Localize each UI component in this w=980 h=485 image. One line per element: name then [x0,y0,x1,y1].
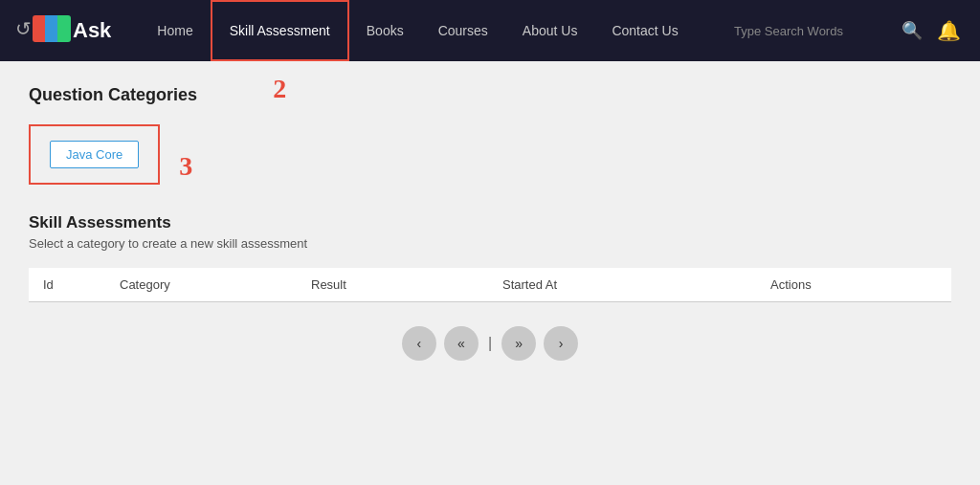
assessments-table: Id Category Result Started At Actions [29,268,951,302]
brand-name: Ask [73,18,111,43]
brand-logo-colors [33,15,71,42]
brand-logo: ↺ [19,15,63,46]
skill-assessments-title: Skill Assessments [29,213,951,232]
nav-links: Home Skill Assessment 2 Books Courses Ab… [140,0,734,61]
col-result: Result [311,277,502,292]
annotation-three: 3 [179,153,192,180]
brand[interactable]: ↺ Ask [19,15,111,46]
annotation-two: 2 [273,74,286,104]
nav-item-books[interactable]: Books [349,0,421,61]
search-icon[interactable]: 🔍 [902,20,923,41]
categories-box: Java Core [29,124,160,185]
brand-arrow-icon: ↺ [15,17,32,40]
skill-assessments-section: Skill Assessments Select a category to c… [29,213,951,302]
page-separator: | [486,335,494,352]
next-page-button[interactable]: › [544,326,578,361]
col-actions: Actions [770,277,937,292]
nav-item-courses[interactable]: Courses [421,0,505,61]
nav-item-contact-us[interactable]: Contact Us [594,0,695,61]
skill-assessment-nav-container: Skill Assessment 2 [211,0,349,61]
table-header: Id Category Result Started At Actions [29,268,951,302]
nav-search: 🔍 🔔 [734,19,961,42]
col-started-at: Started At [502,277,770,292]
skill-assessments-subtitle: Select a category to create a new skill … [29,236,951,251]
pagination: ‹ « | » › [29,302,951,380]
nav-item-skill-assessment[interactable]: Skill Assessment [211,0,349,61]
prev-page-button[interactable]: ‹ [402,326,436,361]
nav-item-home[interactable]: Home [140,0,210,61]
notification-bell-icon[interactable]: 🔔 [937,19,961,42]
first-page-button[interactable]: « [444,326,479,361]
navbar: ↺ Ask Home Skill Assessment 2 Books Cour… [0,0,980,61]
last-page-button[interactable]: » [501,326,536,361]
main-content: Question Categories Java Core 3 Skill As… [0,61,980,485]
col-id: Id [43,277,120,292]
categories-row: Java Core 3 [29,124,951,209]
nav-item-about-us[interactable]: About Us [505,0,595,61]
search-input[interactable] [734,24,887,38]
col-category: Category [120,277,311,292]
question-categories-title: Question Categories [29,85,951,105]
java-core-button[interactable]: Java Core [50,141,139,168]
